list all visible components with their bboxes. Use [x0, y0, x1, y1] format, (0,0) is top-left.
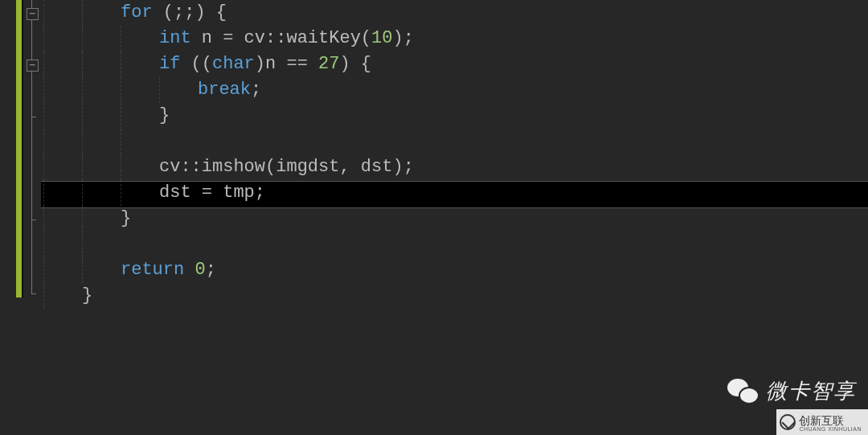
- code-line[interactable]: [43, 129, 868, 154]
- indent-guide: [82, 154, 83, 180]
- watermark-corner: 创新互联 CHUANG XINHULIAN: [776, 409, 868, 435]
- indent-guide: [121, 154, 121, 180]
- code-line[interactable]: cv::imshow(imgdst, dst);: [43, 154, 868, 180]
- corner-logo-icon: [780, 414, 796, 430]
- indent-guide: [82, 206, 83, 232]
- indent-guide: [82, 77, 83, 103]
- code-line[interactable]: [43, 232, 868, 257]
- code-text: }: [82, 283, 92, 309]
- fold-line: [31, 19, 32, 61]
- indent-guide: [43, 206, 44, 232]
- fold-toggle-icon[interactable]: −: [27, 8, 39, 20]
- indent-guide: [82, 232, 83, 257]
- code-text: break;: [198, 77, 261, 103]
- indent-guide: [43, 257, 44, 283]
- indent-guide: [43, 180, 44, 206]
- indent-guide: [43, 232, 44, 257]
- indent-guide: [82, 257, 83, 283]
- indent-guide: [43, 77, 44, 103]
- indent-guide: [43, 0, 44, 26]
- indent-guide: [43, 51, 44, 77]
- indent-guide: [43, 26, 44, 51]
- indent-guide: [43, 129, 44, 154]
- code-text: }: [159, 103, 170, 129]
- indent-guide: [82, 26, 83, 51]
- watermark-wechat: 微卡智享: [727, 377, 856, 405]
- code-line[interactable]: if ((char)n == 27) {: [43, 51, 868, 77]
- fold-line: [31, 71, 32, 117]
- indent-guide: [43, 283, 44, 309]
- code-text: }: [121, 206, 131, 232]
- fold-cap: [31, 293, 36, 294]
- code-line[interactable]: break;: [43, 77, 868, 103]
- code-text: cv::imshow(imgdst, dst);: [159, 154, 414, 180]
- fold-line: [31, 220, 32, 293]
- code-area[interactable]: for (;;) {int n = cv::waitKey(10);if ((c…: [43, 0, 868, 309]
- code-editor[interactable]: − − for (;;) {int n = cv::waitKey(10);if…: [0, 0, 868, 435]
- indent-guide: [82, 103, 83, 129]
- code-line[interactable]: int n = cv::waitKey(10);: [43, 26, 868, 51]
- indent-guide: [121, 51, 121, 77]
- code-line[interactable]: dst = tmp;: [43, 180, 868, 206]
- indent-guide: [121, 129, 121, 154]
- indent-guide: [82, 129, 83, 154]
- code-text: dst = tmp;: [159, 180, 265, 206]
- indent-guide: [82, 0, 83, 26]
- indent-guide: [159, 77, 160, 103]
- fold-toggle-icon[interactable]: −: [27, 60, 39, 72]
- gutter-edge: [22, 0, 23, 298]
- indent-guide: [121, 26, 121, 51]
- indent-guide: [82, 51, 83, 77]
- indent-guide: [121, 103, 121, 129]
- indent-guide: [43, 154, 44, 180]
- indent-guide: [43, 103, 44, 129]
- fold-line: [31, 117, 32, 220]
- watermark-corner-main: 创新互联: [799, 415, 862, 426]
- code-line[interactable]: return 0;: [43, 257, 868, 283]
- code-line[interactable]: }: [43, 283, 868, 309]
- code-line[interactable]: }: [43, 206, 868, 232]
- indent-guide: [121, 180, 121, 206]
- code-text: return 0;: [121, 257, 216, 283]
- watermark-corner-sub: CHUANG XINHULIAN: [799, 426, 862, 432]
- fold-gutter: − −: [25, 0, 41, 298]
- indent-guide: [121, 77, 121, 103]
- code-text: int n = cv::waitKey(10);: [159, 26, 414, 51]
- code-text: for (;;) {: [121, 0, 227, 26]
- wechat-icon: [727, 379, 760, 404]
- indent-guide: [82, 180, 83, 206]
- code-text: if ((char)n == 27) {: [159, 51, 371, 77]
- code-line[interactable]: for (;;) {: [43, 0, 868, 26]
- code-line[interactable]: }: [43, 103, 868, 129]
- watermark-wechat-text: 微卡智享: [766, 377, 856, 405]
- change-marker-bar: [16, 0, 22, 298]
